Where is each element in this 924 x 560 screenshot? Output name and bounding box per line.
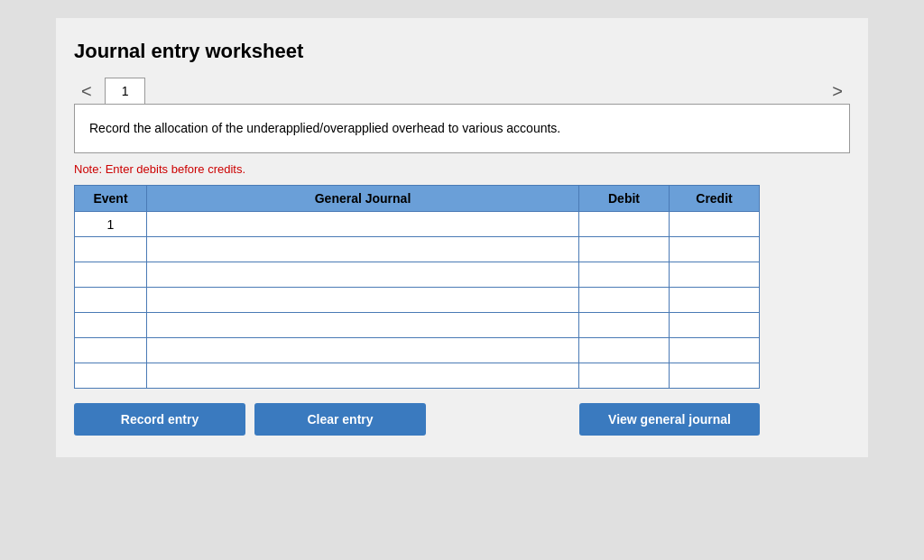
event-cell-2 (75, 262, 147, 288)
debit-input-4[interactable] (579, 313, 669, 337)
credit-input-5[interactable] (670, 338, 759, 363)
event-cell-6 (75, 363, 147, 389)
journal-cell-3[interactable] (147, 288, 579, 313)
journal-input-2[interactable] (147, 262, 578, 287)
credit-input-1[interactable] (670, 237, 759, 262)
table-row (75, 363, 760, 389)
col-header-event: Event (75, 186, 147, 212)
credit-cell-3[interactable] (670, 288, 760, 313)
credit-cell-2[interactable] (670, 262, 760, 288)
col-header-debit: Debit (579, 186, 670, 212)
debit-input-5[interactable] (579, 338, 669, 363)
debit-input-1[interactable] (579, 237, 669, 262)
credit-input-6[interactable] (670, 363, 759, 388)
journal-cell-4[interactable] (147, 313, 579, 338)
event-cell-5 (75, 338, 147, 363)
page-title: Journal entry worksheet (74, 40, 850, 63)
debit-input-0[interactable] (579, 212, 669, 236)
instruction-box: Record the allocation of the underapplie… (74, 104, 850, 153)
journal-cell-6[interactable] (147, 363, 579, 389)
journal-input-5[interactable] (147, 338, 578, 363)
journal-cell-0[interactable] (147, 212, 579, 237)
journal-cell-1[interactable] (147, 237, 579, 262)
event-cell-1 (75, 237, 147, 262)
debit-input-3[interactable] (579, 288, 669, 312)
note-text: Note: Enter debits before credits. (74, 162, 850, 176)
journal-input-1[interactable] (147, 237, 578, 262)
clear-entry-button[interactable]: Clear entry (254, 403, 426, 436)
prev-arrow-button[interactable]: < (74, 78, 99, 104)
credit-input-2[interactable] (670, 262, 759, 287)
debit-cell-5[interactable] (579, 338, 670, 363)
table-row (75, 288, 760, 313)
debit-cell-6[interactable] (579, 363, 670, 389)
debit-cell-3[interactable] (579, 288, 670, 313)
record-entry-button[interactable]: Record entry (74, 403, 245, 436)
journal-input-0[interactable] (147, 212, 578, 236)
col-header-credit: Credit (670, 186, 760, 212)
credit-input-4[interactable] (670, 313, 759, 337)
credit-input-3[interactable] (670, 288, 759, 312)
event-cell-3 (75, 288, 147, 313)
credit-input-0[interactable] (670, 212, 759, 236)
journal-cell-2[interactable] (147, 262, 579, 288)
journal-input-6[interactable] (147, 363, 578, 388)
credit-cell-4[interactable] (670, 313, 760, 338)
table-row (75, 313, 760, 338)
buttons-row: Record entry Clear entry View general jo… (74, 403, 760, 436)
credit-cell-0[interactable] (670, 212, 760, 237)
credit-cell-1[interactable] (670, 237, 760, 262)
page-container: Journal entry worksheet < 1 > Record the… (56, 18, 868, 457)
journal-table: Event General Journal Debit Credit 1 (74, 185, 760, 389)
debit-cell-4[interactable] (579, 313, 670, 338)
debit-input-6[interactable] (579, 363, 669, 388)
tab-nav: < 1 > (74, 78, 850, 104)
table-row (75, 338, 760, 363)
event-cell-4 (75, 313, 147, 338)
credit-cell-5[interactable] (670, 338, 760, 363)
event-cell-0: 1 (75, 212, 147, 237)
journal-input-3[interactable] (147, 288, 578, 312)
table-row (75, 237, 760, 262)
col-header-journal: General Journal (147, 186, 579, 212)
journal-cell-5[interactable] (147, 338, 579, 363)
credit-cell-6[interactable] (670, 363, 760, 389)
view-general-journal-button[interactable]: View general journal (579, 403, 760, 436)
instruction-text: Record the allocation of the underapplie… (89, 119, 835, 138)
tab-1[interactable]: 1 (105, 78, 146, 104)
debit-cell-2[interactable] (579, 262, 670, 288)
table-row (75, 262, 760, 288)
journal-input-4[interactable] (147, 313, 578, 337)
table-wrapper: Event General Journal Debit Credit 1 (74, 185, 760, 389)
debit-input-2[interactable] (579, 262, 669, 287)
debit-cell-1[interactable] (579, 237, 670, 262)
table-row: 1 (75, 212, 760, 237)
debit-cell-0[interactable] (579, 212, 670, 237)
next-arrow-button[interactable]: > (825, 78, 850, 104)
